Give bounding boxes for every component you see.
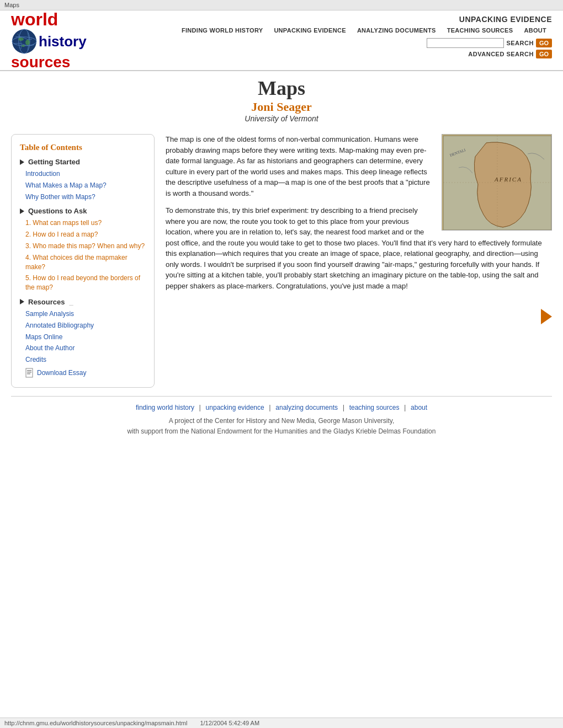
nav-finding-world-history[interactable]: FINDING WORLD HISTORY: [176, 26, 268, 35]
footer-link-teaching-sources[interactable]: teaching sources: [349, 404, 400, 411]
page-title: Maps: [0, 77, 563, 100]
download-essay-label: Download Essay: [37, 369, 86, 377]
arrow-questions-icon: [20, 208, 24, 214]
logo-history[interactable]: history: [39, 34, 87, 49]
footer-sep-4: |: [404, 403, 408, 411]
search-go-button[interactable]: GO: [536, 39, 552, 47]
top-nav-area: world: [0, 10, 563, 71]
author-institution: University of Vermont: [0, 114, 563, 123]
nav-right: UNPACKING EVIDENCE FINDING WORLD HISTORY…: [87, 10, 552, 62]
footer-link-about[interactable]: about: [411, 404, 427, 411]
toc-download-essay[interactable]: Download Essay: [20, 366, 146, 379]
footer-nav: finding world history | unpacking eviden…: [0, 397, 563, 416]
toc-link-credits[interactable]: Credits: [20, 354, 146, 366]
author-name: Joni Seager: [0, 100, 563, 114]
toc-link-introduction[interactable]: Introduction: [20, 168, 146, 180]
arrow-resources-icon: [20, 299, 24, 304]
svg-rect-9: [27, 373, 30, 374]
toc-link-annotated-bibliography[interactable]: Annotated Bibliography: [20, 320, 146, 331]
footer-credit-2: with support from the National Endowment…: [0, 426, 563, 437]
toc-link-q5[interactable]: 5. How do I read beyond the borders of t…: [20, 272, 146, 293]
toc-link-q3[interactable]: 3. Who made this map? When and why?: [20, 240, 146, 252]
search-label: SEARCH: [506, 40, 533, 46]
logo-block: world: [11, 10, 87, 70]
content-area: Table of Contents Getting Started Introd…: [0, 126, 563, 396]
main-nav: FINDING WORLD HISTORY UNPACKING EVIDENCE…: [87, 26, 552, 38]
search-group: SEARCH GO: [427, 38, 552, 48]
svg-rect-6: [26, 368, 33, 377]
toc-link-q2[interactable]: 2. How do I read a map?: [20, 229, 146, 240]
header: world: [0, 10, 563, 71]
toc-section-resources: Resources _: [20, 298, 146, 306]
document-icon: [25, 368, 34, 378]
nav-unpacking-evidence[interactable]: UNPACKING EVIDENCE: [268, 26, 352, 35]
footer-text: A project of the Center for History and …: [0, 416, 563, 448]
globe-icon: [11, 28, 38, 55]
toc-link-why-bother[interactable]: Why Bother with Maps?: [20, 191, 146, 203]
advanced-search-group: ADVANCED SEARCH GO: [468, 50, 552, 58]
footer-credit-1: A project of the Center for History and …: [0, 416, 563, 426]
next-page-button[interactable]: [541, 309, 552, 324]
toc-sidebar: Table of Contents Getting Started Introd…: [11, 134, 155, 388]
svg-rect-8: [27, 372, 31, 373]
toc-section-questions: Questions to Ask: [20, 207, 146, 215]
nav-teaching-sources[interactable]: TEACHING SOURCES: [442, 26, 519, 35]
toc-link-about-author[interactable]: About the Author: [20, 342, 146, 354]
arrow-getting-started-icon: [20, 159, 24, 165]
toc-link-q1[interactable]: 1. What can maps tell us?: [20, 217, 146, 229]
page-title-area: Maps Joni Seager University of Vermont: [0, 71, 563, 126]
map-image: AFRICA DENTALI: [442, 134, 552, 231]
advanced-search-go-button[interactable]: GO: [536, 50, 552, 58]
svg-point-4: [25, 40, 30, 45]
footer-sep-1: |: [199, 403, 203, 411]
search-input[interactable]: [427, 38, 504, 48]
footer-link-analyzing-documents[interactable]: analyzing documents: [275, 404, 338, 411]
svg-point-5: [22, 45, 25, 47]
browser-bar: Maps: [0, 0, 563, 10]
logo-top-row: world: [11, 10, 87, 70]
toc-link-sample-analysis[interactable]: Sample Analysis: [20, 308, 146, 320]
main-content: AFRICA DENTALI The map is one of the old…: [166, 134, 552, 388]
toc-title: Table of Contents: [20, 143, 146, 152]
toc-link-q4[interactable]: 4. What choices did the mapmaker make?: [20, 252, 146, 273]
footer-link-unpacking-evidence[interactable]: unpacking evidence: [206, 404, 264, 411]
browser-bar-text: Maps: [4, 2, 19, 8]
next-arrow-area: [166, 298, 552, 324]
toc-section-getting-started: Getting Started: [20, 158, 146, 166]
nav-analyzing-documents[interactable]: ANALYZING DOCUMENTS: [352, 26, 442, 35]
svg-text:AFRICA: AFRICA: [494, 176, 522, 183]
footer-link-finding-world-history[interactable]: finding world history: [136, 404, 194, 411]
footer-sep-2: |: [269, 403, 273, 411]
advanced-search-label: ADVANCED SEARCH: [468, 51, 534, 57]
unpacking-evidence-header: UNPACKING EVIDENCE: [459, 10, 552, 26]
toc-link-maps-online[interactable]: Maps Online: [20, 331, 146, 343]
footer-sep-3: |: [343, 403, 347, 411]
nav-about[interactable]: ABOUT: [518, 26, 552, 35]
toc-link-what-makes-map[interactable]: What Makes a Map a Map?: [20, 180, 146, 191]
svg-point-0: [12, 29, 36, 53]
svg-rect-7: [27, 370, 31, 371]
logo-sources[interactable]: sources: [11, 55, 87, 70]
search-row: SEARCH GO ADVANCED SEARCH GO: [427, 38, 552, 62]
svg-point-3: [18, 38, 24, 41]
logo-world[interactable]: world: [11, 10, 87, 28]
